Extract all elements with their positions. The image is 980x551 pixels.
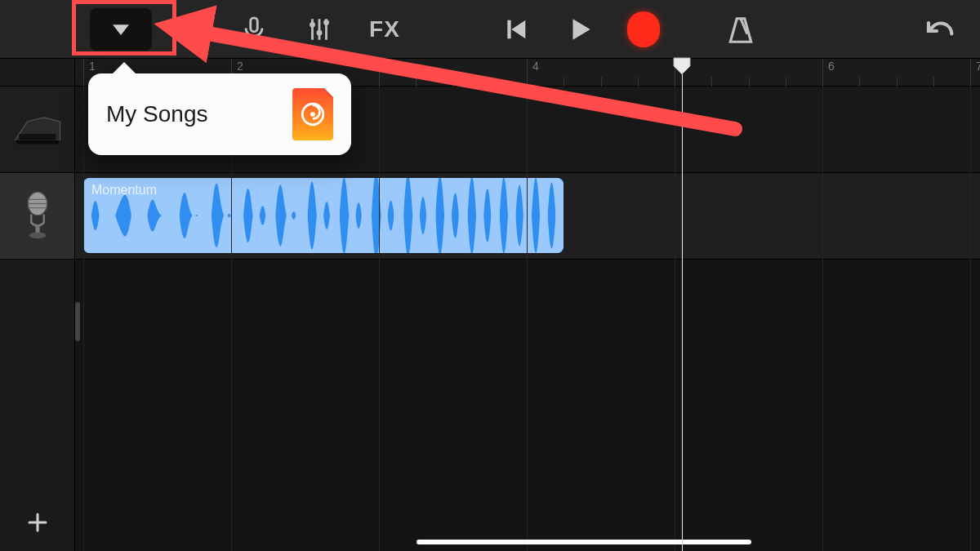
svg-rect-1 <box>178 20 199 25</box>
piano-icon <box>13 113 62 146</box>
popover-caret-icon <box>113 62 136 73</box>
studio-mic-icon <box>20 191 55 242</box>
svg-point-12 <box>310 112 315 117</box>
ruler-bar: 4 <box>527 59 539 87</box>
instrument-browser-button[interactable] <box>163 8 214 51</box>
svg-point-4 <box>317 29 323 35</box>
track-lane-audio[interactable]: Momentum <box>75 173 980 260</box>
play-icon <box>566 16 594 43</box>
microphone-icon <box>240 16 268 43</box>
gridline <box>527 87 528 551</box>
track-settings-button[interactable] <box>294 8 345 51</box>
scroll-handle[interactable] <box>75 302 80 341</box>
ruler-tick <box>416 77 416 87</box>
undo-button[interactable] <box>924 15 957 51</box>
popover-label: My Songs <box>106 101 208 127</box>
svg-point-5 <box>323 20 329 25</box>
track-header-piano[interactable] <box>0 87 74 173</box>
ruler-tick <box>749 77 750 87</box>
sliders-icon <box>305 16 333 43</box>
record-button[interactable] <box>627 8 660 51</box>
fx-button[interactable]: FX <box>359 8 410 51</box>
track-header-list <box>0 59 75 551</box>
metronome-icon <box>725 15 756 46</box>
undo-icon <box>924 15 957 47</box>
ruler-tick <box>638 77 639 87</box>
arrangement-area[interactable]: Momentum <box>75 87 980 551</box>
ruler-bar: 7 <box>970 59 980 87</box>
track-header-audio[interactable] <box>0 173 74 260</box>
ruler-bar: 6 <box>822 59 835 87</box>
toolbar: FX <box>0 0 980 59</box>
gridline <box>675 87 675 551</box>
my-songs-popover[interactable]: My Songs <box>88 73 351 155</box>
back-menu-button[interactable] <box>90 8 152 51</box>
ruler-tick <box>490 77 491 87</box>
svg-rect-2 <box>251 17 258 31</box>
gridline <box>83 87 84 551</box>
ruler-tick <box>859 77 860 87</box>
fx-label: FX <box>369 16 400 42</box>
plus-icon <box>25 510 50 535</box>
rewind-button[interactable] <box>500 8 532 51</box>
ruler-tick <box>897 77 898 87</box>
gridline <box>970 87 971 551</box>
metronome-button[interactable] <box>725 15 756 49</box>
ruler-tick <box>933 77 934 87</box>
browser-icon <box>175 16 203 43</box>
play-button[interactable] <box>564 8 596 51</box>
gridline <box>822 87 823 551</box>
record-icon <box>627 11 660 47</box>
gridline <box>231 87 232 551</box>
ruler-tick <box>786 77 786 87</box>
audio-region[interactable]: Momentum <box>83 178 564 253</box>
ruler-tick <box>601 77 602 87</box>
region-label: Momentum <box>83 178 165 202</box>
playhead[interactable] <box>682 59 683 551</box>
ruler-tick <box>711 77 712 87</box>
svg-point-9 <box>29 232 46 238</box>
ruler-bar: 3 <box>379 59 391 87</box>
mic-button[interactable] <box>229 8 279 51</box>
gridline <box>379 87 380 551</box>
add-track-button[interactable] <box>0 494 75 551</box>
skip-back-icon <box>502 16 530 43</box>
ruler-tick <box>453 77 454 87</box>
svg-rect-6 <box>19 134 56 140</box>
home-indicator <box>416 540 751 544</box>
page-fold-icon <box>323 87 333 97</box>
ruler-spacer <box>0 59 74 87</box>
chevron-down-icon <box>107 16 135 43</box>
svg-point-3 <box>310 21 315 27</box>
playhead-handle-icon <box>673 57 691 75</box>
ruler-tick <box>564 77 564 87</box>
svg-rect-8 <box>35 224 39 233</box>
garageband-app: FX 1234567 <box>0 0 980 551</box>
transport-controls <box>500 8 660 51</box>
